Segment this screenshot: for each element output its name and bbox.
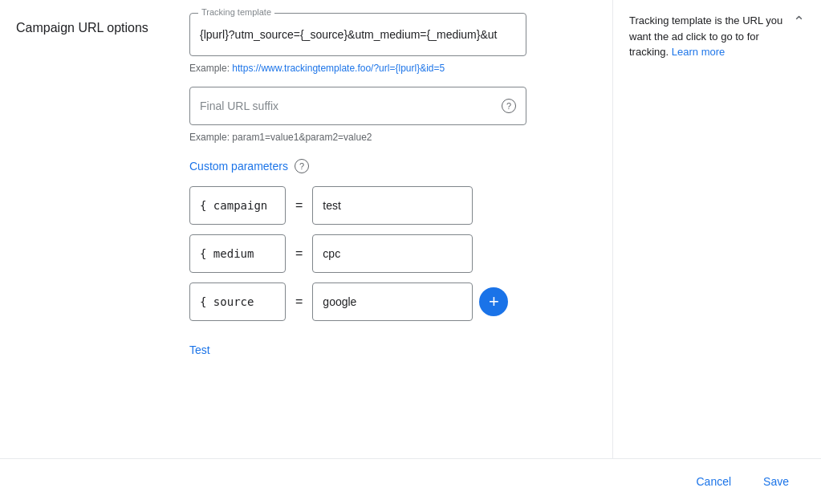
learn-more-link[interactable]: Learn more [672, 46, 725, 58]
custom-parameters-title: Custom parameters [189, 160, 288, 173]
param-key-input-1[interactable] [200, 199, 275, 212]
final-url-suffix-field[interactable]: ? [189, 87, 526, 125]
final-url-suffix-example: Example: param1=value1&param2=value2 [189, 132, 593, 143]
tracking-template-example-link[interactable]: https://www.trackingtemplate.foo/?url={l… [232, 63, 445, 74]
param-row-1: = [189, 186, 593, 225]
param-key-input-3[interactable] [200, 295, 275, 308]
param-value-input-3[interactable] [323, 295, 462, 308]
param-value-field-3[interactable] [312, 282, 473, 321]
chevron-up-icon: ⌃ [793, 14, 805, 30]
add-param-button[interactable]: + [479, 287, 508, 316]
param-key-field-2[interactable] [189, 234, 286, 273]
help-panel-text: Tracking template is the URL you want th… [629, 13, 786, 60]
param-value-field-2[interactable] [312, 234, 473, 273]
equals-sign-1: = [292, 198, 306, 213]
cancel-button[interactable]: Cancel [683, 469, 744, 494]
param-row-3: = + [189, 282, 593, 321]
tracking-template-group: Tracking template Example: https://www.t… [189, 13, 593, 74]
param-value-field-1[interactable] [312, 186, 473, 225]
final-url-suffix-input[interactable] [200, 100, 494, 112]
param-value-input-2[interactable] [323, 247, 462, 260]
page-title: Campaign URL options [16, 19, 148, 37]
custom-parameters-help-icon[interactable]: ? [295, 159, 309, 173]
param-key-input-2[interactable] [200, 247, 275, 260]
test-link[interactable]: Test [189, 337, 210, 363]
param-row-2: = [189, 234, 593, 273]
final-url-suffix-group: ? Example: param1=value1&param2=value2 [189, 87, 593, 143]
footer: Cancel Save [0, 458, 821, 504]
equals-sign-3: = [292, 295, 306, 309]
final-url-suffix-help-icon[interactable]: ? [502, 99, 516, 113]
tracking-template-field[interactable]: Tracking template [189, 13, 526, 56]
save-button[interactable]: Save [750, 469, 802, 494]
equals-sign-2: = [292, 246, 306, 261]
param-key-field-3[interactable] [189, 282, 286, 321]
tracking-template-example: Example: https://www.trackingtemplate.fo… [189, 63, 593, 74]
collapse-button[interactable]: ⌃ [786, 13, 805, 30]
tracking-template-label: Tracking template [198, 7, 274, 17]
param-value-input-1[interactable] [323, 199, 462, 212]
tracking-template-input[interactable] [200, 20, 516, 49]
custom-parameters-section: Custom parameters ? = = [189, 159, 593, 363]
param-key-field-1[interactable] [189, 186, 286, 225]
